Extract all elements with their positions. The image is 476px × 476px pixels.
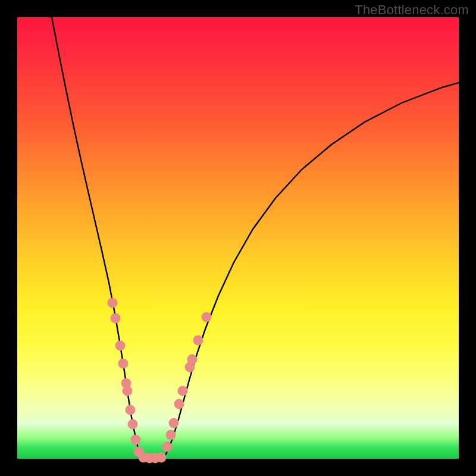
bottleneck-curve-svg	[17, 17, 459, 459]
marker-dot	[115, 341, 126, 351]
marker-dot	[174, 399, 184, 409]
marker-dot	[111, 314, 121, 324]
marker-dot	[108, 298, 118, 308]
marker-dot	[118, 359, 129, 369]
marker-dot	[166, 430, 176, 440]
marker-dot	[187, 355, 198, 365]
attribution-text: TheBottleneck.com	[355, 2, 469, 18]
marker-dot	[202, 312, 212, 322]
chart-stage: TheBottleneck.com	[0, 0, 476, 476]
marker-dot	[126, 405, 136, 415]
bottleneck-curve-path	[52, 17, 459, 459]
marker-dot	[128, 419, 138, 430]
marker-layer	[108, 298, 212, 464]
marker-dot	[131, 435, 141, 445]
marker-dot	[178, 386, 188, 396]
marker-dot	[156, 453, 167, 463]
plot-area	[17, 17, 459, 459]
marker-dot	[169, 418, 179, 428]
marker-dot	[193, 336, 203, 346]
marker-dot	[162, 442, 173, 452]
marker-dot	[123, 386, 133, 396]
